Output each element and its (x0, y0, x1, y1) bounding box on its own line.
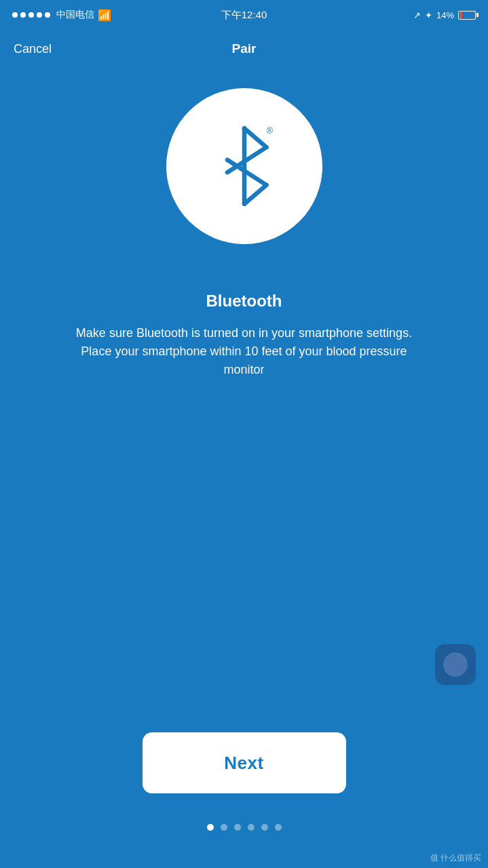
next-button-container: Next (143, 732, 346, 793)
carrier-label: 中国电信 (56, 9, 94, 21)
page-dot-5 (261, 824, 268, 831)
status-right: ↗ ✦ 14% (413, 10, 476, 20)
page-dots (207, 824, 282, 831)
nav-bar: Cancel Pair (0, 30, 488, 68)
bluetooth-icon: ® (207, 122, 282, 210)
page-dot-4 (248, 824, 255, 831)
status-time: 下午12:40 (221, 9, 267, 22)
nav-title: Pair (232, 41, 257, 56)
main-content: ® Bluetooth Make sure Bluetooth is turne… (0, 68, 488, 379)
signal-dot-3 (29, 12, 34, 18)
svg-line-3 (244, 185, 267, 204)
wifi-icon: 📶 (98, 9, 111, 22)
status-bar: 中国电信 📶 下午12:40 ↗ ✦ 14% (0, 0, 488, 30)
svg-line-1 (244, 128, 267, 147)
signal-dot-4 (37, 12, 42, 18)
bluetooth-status-icon: ✦ (425, 10, 432, 20)
page-dot-6 (275, 824, 282, 831)
assistive-touch-button[interactable] (435, 644, 476, 685)
location-icon: ↗ (413, 10, 421, 20)
signal-dot-5 (45, 12, 50, 18)
signal-dot-1 (12, 12, 18, 18)
signal-dots (12, 12, 50, 18)
bluetooth-description: Make sure Bluetooth is turned on in your… (68, 324, 421, 379)
assistive-touch-inner (443, 652, 468, 677)
watermark: 值 什么值得买 (430, 852, 481, 864)
battery-icon (458, 11, 476, 20)
page-dot-2 (221, 824, 227, 831)
bluetooth-title: Bluetooth (206, 292, 282, 311)
cancel-button[interactable]: Cancel (14, 42, 52, 56)
bluetooth-circle: ® (166, 88, 322, 244)
battery-fill (459, 12, 462, 18)
svg-line-4 (227, 160, 266, 185)
page-dot-3 (234, 824, 241, 831)
svg-text:®: ® (266, 125, 273, 136)
svg-line-2 (227, 147, 266, 172)
next-button[interactable]: Next (143, 732, 346, 793)
battery-percent: 14% (436, 10, 454, 20)
status-left: 中国电信 📶 (12, 9, 111, 22)
page-dot-1 (207, 824, 214, 831)
signal-dot-2 (20, 12, 26, 18)
